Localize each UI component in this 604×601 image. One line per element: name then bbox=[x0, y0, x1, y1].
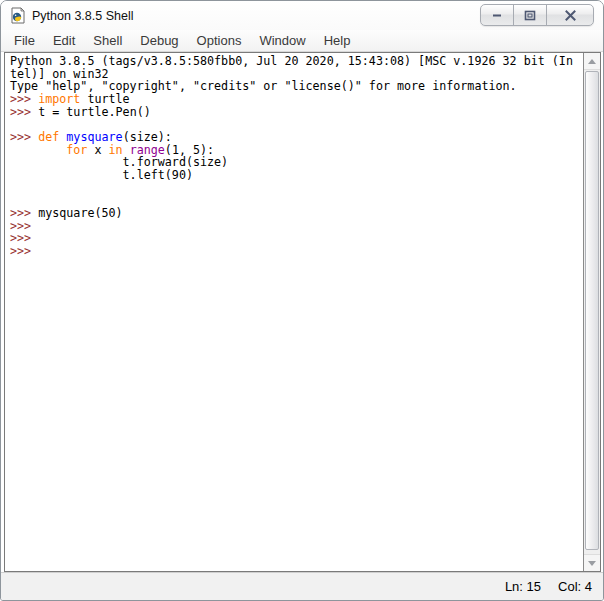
shell-line: >>> bbox=[10, 232, 583, 245]
menu-item-file[interactable]: File bbox=[5, 30, 44, 51]
shell-line: >>> bbox=[10, 245, 583, 258]
menu-bar: FileEditShellDebugOptionsWindowHelp bbox=[1, 30, 603, 52]
menu-item-edit[interactable]: Edit bbox=[44, 30, 84, 51]
close-button[interactable] bbox=[547, 5, 593, 25]
status-col-indicator: Col: 4 bbox=[558, 579, 592, 594]
shell-line: >>> bbox=[10, 220, 583, 233]
minimize-button[interactable] bbox=[481, 5, 514, 25]
shell-line: ​ bbox=[10, 182, 583, 195]
menu-item-options[interactable]: Options bbox=[188, 30, 251, 51]
scrollbar-track[interactable] bbox=[584, 70, 600, 554]
scroll-down-arrow-icon bbox=[588, 561, 596, 566]
title-bar[interactable]: Python 3.8.5 Shell bbox=[1, 1, 603, 30]
menu-item-shell[interactable]: Shell bbox=[84, 30, 131, 51]
minimize-icon bbox=[491, 10, 503, 20]
vertical-scrollbar[interactable] bbox=[583, 53, 600, 571]
maximize-button[interactable] bbox=[514, 5, 547, 25]
menu-item-debug[interactable]: Debug bbox=[131, 30, 187, 51]
shell-content: Python 3.8.5 (tags/v3.8.5:580fbb0, Jul 2… bbox=[4, 52, 601, 572]
scroll-up-arrow-icon bbox=[588, 59, 596, 64]
menu-item-help[interactable]: Help bbox=[315, 30, 360, 51]
window-controls bbox=[480, 4, 594, 26]
shell-line: >>> t = turtle.Pen() bbox=[10, 106, 583, 119]
maximize-icon bbox=[524, 10, 536, 21]
scrollbar-thumb[interactable] bbox=[585, 71, 599, 550]
status-bar: Ln: 15 Col: 4 bbox=[1, 572, 603, 600]
idle-python-icon[interactable] bbox=[9, 7, 26, 24]
window-title: Python 3.8.5 Shell bbox=[32, 9, 133, 23]
menu-item-window[interactable]: Window bbox=[250, 30, 314, 51]
shell-line: >>> mysquare(50) bbox=[10, 207, 583, 220]
shell-line: t.left(90) bbox=[10, 169, 583, 182]
scroll-down-button[interactable] bbox=[584, 554, 600, 571]
status-line-indicator: Ln: 15 bbox=[505, 579, 541, 594]
close-icon bbox=[564, 10, 577, 21]
scroll-up-button[interactable] bbox=[584, 53, 600, 70]
idle-shell-window: Python 3.8.5 Shell FileEditShellDebugOpt bbox=[0, 0, 604, 601]
shell-text-area[interactable]: Python 3.8.5 (tags/v3.8.5:580fbb0, Jul 2… bbox=[5, 53, 583, 571]
